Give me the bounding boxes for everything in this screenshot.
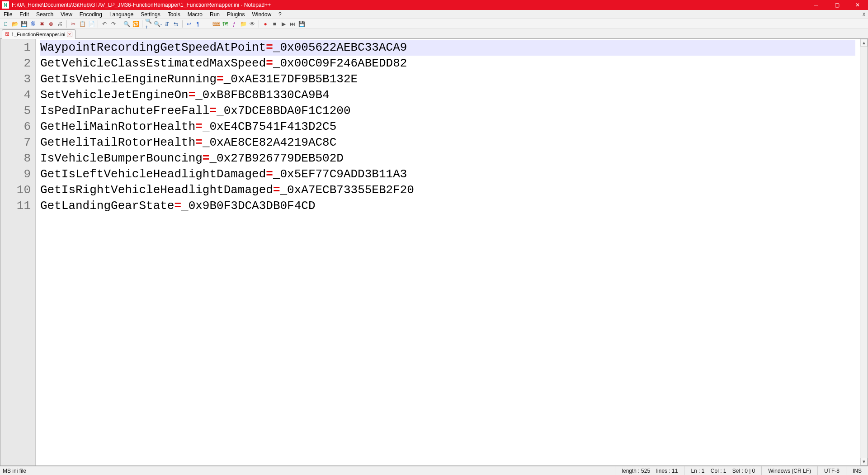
ini-value: _0x5EF77C9ADD3B11A3 xyxy=(273,167,407,181)
play-macro-icon[interactable]: ▶ xyxy=(279,20,288,28)
status-insert-mode: INS xyxy=(846,466,868,475)
editor[interactable]: 1234567891011 WaypointRecordingGetSpeedA… xyxy=(0,39,868,466)
scroll-down-icon[interactable]: ▼ xyxy=(860,458,868,466)
line-number: 1 xyxy=(0,40,31,56)
close-all-icon[interactable]: ⊗ xyxy=(47,20,55,28)
undo-icon[interactable]: ↶ xyxy=(100,20,108,28)
code-line[interactable]: GetHeliTailRotorHealth=_0xAE8CE82A4219AC… xyxy=(40,135,855,151)
play-multi-icon[interactable]: ⏭ xyxy=(288,20,297,28)
minimize-button[interactable]: ─ xyxy=(806,0,826,10)
doc-map-icon[interactable]: 🗺 xyxy=(221,20,229,28)
line-number: 4 xyxy=(0,87,31,103)
ini-equals: = xyxy=(195,136,203,149)
paste-icon[interactable]: 📄 xyxy=(87,20,95,28)
menu-plugins[interactable]: Plugins xyxy=(223,10,248,19)
menu-macro[interactable]: Macro xyxy=(184,10,206,19)
ini-key: GetIsLeftVehicleHeadlightDamaged xyxy=(40,167,266,181)
code-line[interactable]: IsVehicleBumperBouncing=_0x27B926779DEB5… xyxy=(40,151,855,166)
ini-equals: = xyxy=(266,41,273,54)
code-line[interactable]: IsPedInParachuteFreeFall=_0x7DCE8BDA0F1C… xyxy=(40,103,855,119)
code-line[interactable]: SetVehicleJetEngineOn=_0xB8FBC8B1330CA9B… xyxy=(40,87,855,103)
line-number: 11 xyxy=(0,198,31,214)
close-file-icon[interactable]: ✖ xyxy=(38,20,46,28)
menu-settings[interactable]: Settings xyxy=(137,10,164,19)
code-line[interactable]: GetIsLeftVehicleHeadlightDamaged=_0x5EF7… xyxy=(40,166,855,182)
code-line[interactable]: GetHeliMainRotorHealth=_0xE4CB7541F413D2… xyxy=(40,119,855,135)
code-line[interactable]: GetVehicleClassEstimatedMaxSpeed=_0x00C0… xyxy=(40,56,855,71)
line-number: 2 xyxy=(0,56,31,71)
line-number: 10 xyxy=(0,182,31,198)
scroll-up-icon[interactable]: ▲ xyxy=(860,39,868,47)
window-controls: ─ ▢ ✕ xyxy=(806,0,868,10)
ini-equals: = xyxy=(189,88,196,102)
toolbar-separator xyxy=(142,20,142,28)
func-list-icon[interactable]: ƒ xyxy=(230,20,238,28)
ini-value: _0x005622AEBC33ACA9 xyxy=(273,41,407,54)
menu-file[interactable]: File xyxy=(0,10,16,19)
menu-window[interactable]: Window xyxy=(248,10,275,19)
indent-guide-icon[interactable]: ⎸ xyxy=(203,20,211,28)
sync-h-icon[interactable]: ⇆ xyxy=(172,20,180,28)
save-icon[interactable]: 💾 xyxy=(20,20,28,28)
save-all-icon[interactable]: 🗐 xyxy=(29,20,37,28)
toolbar-separator xyxy=(98,20,98,28)
tab-bar: 🖫1_FunctionRemapper.ini✕ xyxy=(0,29,868,39)
copy-icon[interactable]: 📋 xyxy=(78,20,86,28)
all-chars-icon[interactable]: ¶ xyxy=(194,20,202,28)
menu-language[interactable]: Language xyxy=(106,10,137,19)
menu-search[interactable]: Search xyxy=(33,10,57,19)
vertical-scrollbar[interactable]: ▲ ▼ xyxy=(860,39,868,466)
code-line[interactable]: GetIsVehicleEngineRunning=_0xAE31E7DF9B5… xyxy=(40,71,855,87)
menu-encoding[interactable]: Encoding xyxy=(76,10,106,19)
code-line[interactable]: WaypointRecordingGetSpeedAtPoint=_0x0056… xyxy=(40,40,855,56)
close-window-button[interactable]: ✕ xyxy=(847,0,868,10)
ini-equals: = xyxy=(203,152,210,165)
ini-key: GetIsVehicleEngineRunning xyxy=(40,72,217,86)
ini-equals: = xyxy=(266,57,273,70)
line-number: 9 xyxy=(0,166,31,182)
open-file-icon[interactable]: 📂 xyxy=(11,20,19,28)
record-macro-icon[interactable]: ● xyxy=(261,20,269,28)
titlebar: N F:\0A_Home\Documents\GitHub\GTAV_LP_JM… xyxy=(0,0,868,10)
replace-icon[interactable]: 🔁 xyxy=(132,20,140,28)
sync-v-icon[interactable]: ⇵ xyxy=(163,20,171,28)
cut-icon[interactable]: ✂ xyxy=(69,20,77,28)
print-icon[interactable]: 🖨 xyxy=(56,20,64,28)
maximize-button[interactable]: ▢ xyxy=(826,0,847,10)
redo-icon[interactable]: ↷ xyxy=(109,20,118,28)
file-tab-close-icon[interactable]: ✕ xyxy=(67,32,72,37)
ini-value: _0xAE31E7DF9B5B132E xyxy=(224,72,358,86)
menu-tools[interactable]: Tools xyxy=(164,10,184,19)
code-line[interactable]: GetLandingGearState=_0x9B0F3DCA3DB0F4CD xyxy=(40,198,855,214)
menu-view[interactable]: View xyxy=(57,10,76,19)
lang-icon[interactable]: ⌨ xyxy=(212,20,220,28)
scroll-track[interactable] xyxy=(860,47,868,458)
save-macro-icon[interactable]: 💾 xyxy=(297,20,306,28)
file-tab-disk-icon: 🖫 xyxy=(5,32,9,37)
status-encoding: UTF-8 xyxy=(817,466,846,475)
menubar-close-icon[interactable]: x xyxy=(863,11,865,17)
zoom-out-icon[interactable]: 🔍- xyxy=(154,20,162,28)
ini-key: WaypointRecordingGetSpeedAtPoint xyxy=(40,41,266,54)
code-line[interactable]: GetIsRightVehicleHeadlightDamaged=_0xA7E… xyxy=(40,182,855,198)
stop-macro-icon[interactable]: ■ xyxy=(270,20,278,28)
ini-key: GetIsRightVehicleHeadlightDamaged xyxy=(40,183,273,197)
ini-equals: = xyxy=(195,120,203,133)
zoom-in-icon[interactable]: 🔍+ xyxy=(145,20,153,28)
status-position: Ln : 1 Col : 1 Sel : 0 | 0 xyxy=(684,466,761,475)
toolbar-separator xyxy=(182,20,183,28)
file-tab[interactable]: 🖫1_FunctionRemapper.ini✕ xyxy=(2,29,75,39)
code-area[interactable]: WaypointRecordingGetSpeedAtPoint=_0x0056… xyxy=(36,39,860,466)
menu-q[interactable]: ? xyxy=(275,10,285,19)
status-length: length : 525 lines : 11 xyxy=(615,466,684,475)
word-wrap-icon[interactable]: ↩ xyxy=(185,20,193,28)
menu-run[interactable]: Run xyxy=(206,10,223,19)
find-icon[interactable]: 🔍 xyxy=(123,20,131,28)
folder-tree-icon[interactable]: 📁 xyxy=(239,20,247,28)
monitor-icon[interactable]: 👁 xyxy=(248,20,256,28)
ini-key: IsVehicleBumperBouncing xyxy=(40,152,203,165)
app-icon: N xyxy=(2,1,9,9)
ini-value: _0xA7ECB73355EB2F20 xyxy=(280,183,414,197)
menu-edit[interactable]: Edit xyxy=(16,10,33,19)
new-file-icon[interactable]: 🗋 xyxy=(2,20,10,28)
